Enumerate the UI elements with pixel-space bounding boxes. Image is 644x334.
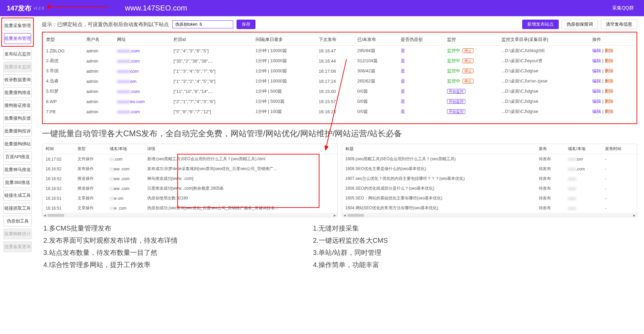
table-row: 5.织梦adminxxxxxx.com["11","10","9","14",.… <box>44 86 635 96</box>
col-header: 间隔|单日最多 <box>253 34 317 46</box>
start-monitor-button[interactable]: 开始监控 <box>447 99 465 104</box>
stop-monitor-button[interactable]: 停止 <box>463 69 473 73</box>
sidebar-item-17: 批量备案查询 <box>3 241 32 252</box>
pending-row: 1609.(seo黑帽工具)SEO会运用到些什么工具？(seo黑帽工具)待发布x… <box>342 154 637 164</box>
sidebar-highlighted: 批量采集管理批量发布管理 <box>1 18 34 47</box>
scrollbar-left[interactable]: ◀▶ <box>42 213 337 217</box>
edit-link[interactable]: 编辑 <box>592 89 601 94</box>
table-row: 7.PBadminxxxxxx.com["5","8","6","7","12"… <box>44 106 635 117</box>
pending-row: 1604.网站SEO优化的常用方法有哪些(seo基本优化)待发布xxxx- <box>342 203 637 213</box>
feature-col-right: 1.无缝对接采集2.一键远程监控各大CMS3.单站/站群，同时管理4.操作简单，… <box>313 222 388 271</box>
col-header: 用户名 <box>84 34 115 46</box>
sidebar-item-8[interactable]: 批量搜狗投诉 <box>3 126 32 137</box>
col-header: 监控文章目录(采集目录) <box>499 34 590 46</box>
log-row: 16:16:51文章操作xxw om伪原创使用次数:32180 <box>42 193 337 203</box>
log-row: 16:17:02文件操作xx.com新增:(seo黑帽工具)SEO会运用到些什么… <box>42 154 337 164</box>
sites-table: 类型用户名网址栏目id间隔|单日最多下次发布已/未发布是否伪原创监控监控文章目录… <box>44 34 635 117</box>
pending-row: 1607.seo怎么优化？优化的内容主要包括哪些？？？(seo基本优化)待发布x… <box>342 174 637 184</box>
delete-link[interactable]: 删除 <box>605 99 614 104</box>
feature-col-left: 1.多CMS批量管理发布2.发布界面可实时观察发布详情，待发布详情3.站点发布数… <box>43 222 178 271</box>
sidebar-item-7[interactable]: 批量搜狗反馈 <box>3 113 32 124</box>
log-panel-left: 时间类型域名/本地详情16:17:02文件操作xx.com新增:(seo黑帽工具… <box>42 144 338 217</box>
sidebar-item-11[interactable]: 批量神马推送 <box>3 164 32 175</box>
app-title: 147发布 <box>7 4 31 13</box>
col-header: 操作 <box>590 34 635 46</box>
annotation-arrow-1 <box>47 3 108 10</box>
sidebar-item-2[interactable]: 发布站点监控 <box>3 49 32 59</box>
token-input[interactable] <box>172 20 233 28</box>
sidebar-item-13[interactable]: 链接生成工具 <box>3 190 32 201</box>
sidebar-item-6[interactable]: 搜狗验证推送 <box>3 100 32 111</box>
log-row: 16:16:52推送操作xxww .com百度推送成功[www. .com]剩余… <box>42 184 337 193</box>
sidebar-item-5[interactable]: 批量搜狗推送 <box>3 87 32 98</box>
stop-monitor-button[interactable]: 停止 <box>463 48 473 53</box>
table-row: 2.易优adminxxxxxx.com["35","2","36","38",.… <box>44 56 635 66</box>
col-header: 栏目id <box>172 34 253 46</box>
sidebar: 发布站点监控批量排名监控收录数据查询批量搜狗推送搜狗验证推送批量搜狗反馈批量搜狗… <box>1 47 34 254</box>
sidebar-item-0[interactable]: 批量采集管理 <box>4 20 31 31</box>
log-row: 16:16:52发布操作xxww .com发布成功:织梦dede采集规则(seo… <box>42 164 337 174</box>
delete-link[interactable]: 删除 <box>605 89 614 94</box>
delete-link[interactable]: 删除 <box>605 48 614 53</box>
sidebar-item-1[interactable]: 批量发布管理 <box>4 33 31 44</box>
edit-link[interactable]: 编辑 <box>592 99 601 104</box>
stop-monitor-button[interactable]: 停止 <box>463 79 473 84</box>
qq-group-link[interactable]: 采集QQ群 <box>612 5 634 11</box>
sidebar-item-3: 批量排名监控 <box>3 62 32 72</box>
stop-monitor-button[interactable]: 停止 <box>463 58 473 63</box>
edit-link[interactable]: 编辑 <box>592 109 601 114</box>
col-header: 下次发布 <box>317 34 355 46</box>
toolbar-hint: 提示：已绑定站点，可设置伪原创后自动发布到以下站点 <box>42 21 169 28</box>
sidebar-item-15[interactable]: 伪原创工具 <box>3 216 32 226</box>
feature-columns: 1.多CMS批量管理发布2.发布界面可实时观察发布详情，待发布详情3.站点发布数… <box>42 222 637 271</box>
log-row: 16:16:51文章操作xxw .com伪原创成功:(seo查询)seo优化_百… <box>42 203 337 213</box>
clear-button[interactable]: 清空发布信息 <box>601 20 637 29</box>
col-header: 类型 <box>44 34 84 46</box>
sidebar-item-12[interactable]: 批量360推送 <box>3 177 32 188</box>
table-row: 3.帝国adminxxxxxxcom["1","3","4","5","7","… <box>44 66 635 76</box>
col-header: 已/未发布 <box>355 34 399 46</box>
delete-link[interactable]: 删除 <box>605 78 614 84</box>
col-header: 是否伪原创 <box>399 34 445 46</box>
app-version: v1.2.3 <box>34 6 44 10</box>
delete-link[interactable]: 删除 <box>605 68 614 73</box>
subtitle: 一键批量自动管理各大CMS发布，全自动完全免费，网站管理/网站优化/网站维护/网… <box>42 128 637 139</box>
edit-link[interactable]: 编辑 <box>592 78 601 84</box>
site-url: www.147SEO.com <box>125 4 187 13</box>
scrollbar-right[interactable]: ◀▶ <box>342 213 637 217</box>
log-row: 16:16:52推送操作xxww .com神马推送成功[www. .com] <box>42 174 337 184</box>
sidebar-item-14[interactable]: 链接抓取工具 <box>3 203 32 214</box>
delete-link[interactable]: 删除 <box>605 58 614 63</box>
table-row: 4.迅睿adminxxxxxxom["1","3","2","4","5","8… <box>44 76 635 86</box>
start-monitor-button[interactable]: 开始监控 <box>447 89 465 94</box>
log-panels: 时间类型域名/本地详情16:17:02文件操作xx.com新增:(seo黑帽工具… <box>42 144 637 217</box>
app-header: 147发布 v1.2.3 www.147SEO.com 采集QQ群 <box>0 0 644 16</box>
sites-table-wrap: 类型用户名网址栏目id间隔|单日最多下次发布已/未发布是否伪原创监控监控文章目录… <box>42 32 637 124</box>
edit-link[interactable]: 编辑 <box>592 68 601 73</box>
save-button[interactable]: 保存 <box>237 20 256 29</box>
add-site-button[interactable]: 新增发布站点 <box>522 20 559 29</box>
delete-link[interactable]: 删除 <box>605 109 614 114</box>
sidebar-item-10[interactable]: 百度API推送 <box>3 151 32 162</box>
col-header: 监控 <box>445 34 499 46</box>
sidebar-item-16: 批量蜘蛛统计 <box>3 229 32 239</box>
toolbar: 提示：已绑定站点，可设置伪原创后自动发布到以下站点 保存 新增发布站点 伪原创保… <box>42 20 637 29</box>
log-panel-right: 标题发布域名/本地发布时间1609.(seo黑帽工具)SEO会运用到些什么工具？… <box>342 144 638 217</box>
table-row: 6.WPadminxxxxxxeo.com["2","1","7","4","3… <box>44 96 635 106</box>
start-monitor-button[interactable]: 开始监控 <box>447 109 465 114</box>
table-row: 1.ZBLOGadminxxxxxx.com["2","4","3","6","… <box>44 46 635 56</box>
sidebar-item-9[interactable]: 批量搜狗绑站 <box>3 139 32 149</box>
pending-row: 1606.SEO的优化组成部分是什么？(seo基本优化)待发布xxxx- <box>342 184 637 193</box>
keep-words-button[interactable]: 伪原创保留词 <box>561 20 598 29</box>
col-header: 网址 <box>115 34 172 46</box>
edit-link[interactable]: 编辑 <box>592 58 601 63</box>
sidebar-item-4[interactable]: 收录数据查询 <box>3 74 32 85</box>
pending-row: 1608.SEO优化主要是做什么的(seo基本优化)待发布xxxx.com- <box>342 164 637 174</box>
pending-row: 1605.SEO：网站的基础优化主要有哪些(seo基本优化)待发布xxxx- <box>342 193 637 203</box>
edit-link[interactable]: 编辑 <box>592 48 601 53</box>
